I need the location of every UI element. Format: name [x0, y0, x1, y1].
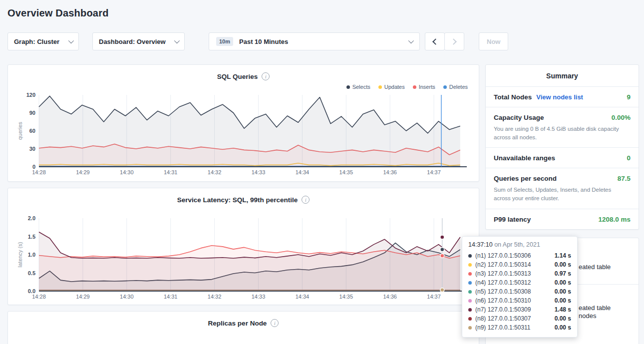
legend-label: Selects: [352, 84, 370, 90]
event-item-fragment[interactable]: eated table: [579, 304, 611, 312]
svg-text:14:35: 14:35: [339, 294, 353, 300]
service-latency-chart-card: Service Latency: SQL, 99th percentile i …: [7, 188, 479, 305]
legend-dot-icon: [413, 85, 416, 89]
svg-text:0: 0: [32, 164, 35, 170]
legend-label: Deletes: [449, 84, 468, 90]
tooltip-node-value: 0.00 s: [555, 261, 571, 268]
svg-text:0.0: 0.0: [28, 288, 35, 294]
svg-text:14:29: 14:29: [76, 294, 90, 300]
svg-text:90: 90: [29, 110, 35, 116]
node-color-dot-icon: [468, 281, 472, 285]
legend-item-selects[interactable]: Selects: [346, 84, 370, 90]
legend-item-deletes[interactable]: Deletes: [443, 84, 468, 90]
tooltip-node-label: (n8) 127.0.0.1:50307: [475, 315, 531, 322]
controls-bar: Graph: Cluster Dashboard: Overview 10m P…: [7, 32, 639, 50]
tooltip-node-label: (n6) 127.0.0.1:50310: [475, 297, 531, 304]
svg-text:120: 120: [26, 92, 35, 98]
tooltip-node-label: (n2) 127.0.0.1:50314: [475, 261, 531, 268]
svg-text:14:31: 14:31: [164, 169, 178, 175]
tooltip-node-label: (n7) 127.0.0.1:50309: [475, 306, 531, 313]
event-item-fragment[interactable]: eated table: [579, 263, 611, 271]
node-color-dot-icon: [468, 290, 472, 294]
svg-text:14:31: 14:31: [164, 294, 178, 300]
view-nodes-list-link[interactable]: View nodes list: [536, 93, 583, 101]
chevron-down-icon: [408, 38, 414, 43]
svg-text:14:29: 14:29: [76, 169, 90, 175]
summary-description: You are using 0 B of 4.5 GiB usable disk…: [494, 125, 630, 141]
tooltip-node-row: (n7) 127.0.0.1:503091.48 s: [468, 305, 571, 314]
summary-title: Summary: [486, 65, 639, 87]
node-color-dot-icon: [468, 317, 472, 321]
svg-text:14:34: 14:34: [296, 294, 310, 300]
page-title: Overview Dashboard: [7, 0, 639, 19]
summary-value: 0: [627, 154, 631, 162]
tooltip-node-label: (n4) 127.0.0.1:50312: [475, 279, 531, 286]
time-range-dropdown[interactable]: 10m Past 10 Minutes: [209, 32, 420, 50]
time-forward-button[interactable]: [444, 32, 464, 50]
info-icon[interactable]: i: [271, 319, 279, 327]
legend-item-updates[interactable]: Updates: [378, 84, 405, 90]
tooltip-date: on Apr 5th, 2021: [494, 241, 540, 248]
tooltip-node-value: 0.00 s: [555, 315, 571, 322]
svg-text:14:34: 14:34: [296, 169, 310, 175]
summary-row-total-nodes: Total Nodes View nodes list 9: [486, 87, 639, 107]
tooltip-timestamp: 14:37:10 on Apr 5th, 2021: [468, 241, 571, 248]
summary-value: 0.00%: [612, 114, 631, 121]
tooltip-node-row: (n1) 127.0.0.1:503061.14 s: [468, 251, 571, 260]
summary-row-p99-latency: P99 latency 1208.0 ms: [486, 209, 639, 229]
tooltip-node-row: (n2) 127.0.0.1:503140.00 s: [468, 260, 571, 269]
svg-text:14:33: 14:33: [252, 294, 266, 300]
chevron-down-icon: [174, 38, 180, 43]
tooltip-node-value: 0.97 s: [555, 270, 571, 277]
event-item-fragment[interactable]: nodes: [579, 312, 596, 320]
time-range-label: Past 10 Minutes: [239, 38, 288, 45]
svg-text:14:32: 14:32: [208, 169, 222, 175]
chart-legend: SelectsUpdatesInsertsDeletes: [16, 83, 468, 91]
legend-label: Updates: [384, 84, 405, 90]
chart-hover-tooltip: 14:37:10 on Apr 5th, 2021 (n1) 127.0.0.1…: [462, 236, 578, 338]
time-back-button[interactable]: [425, 32, 445, 50]
svg-text:14:30: 14:30: [120, 169, 134, 175]
svg-text:1.5: 1.5: [28, 234, 35, 240]
summary-label: Queries per second: [494, 175, 557, 182]
charts-column: SQL Queries i SelectsUpdatesInsertsDelet…: [7, 64, 479, 344]
chart-title: SQL Queries: [217, 73, 258, 80]
tooltip-node-row: (n9) 127.0.0.1:503110.00 s: [468, 323, 571, 332]
graph-scope-dropdown-label: Graph: Cluster: [14, 38, 59, 45]
now-button[interactable]: Now: [479, 32, 508, 50]
dashboard-dropdown[interactable]: Dashboard: Overview: [92, 32, 185, 50]
tooltip-time: 14:37:10: [468, 241, 493, 248]
svg-text:14:33: 14:33: [252, 169, 266, 175]
info-icon[interactable]: i: [302, 196, 310, 204]
svg-text:14:37: 14:37: [427, 169, 441, 175]
sql-queries-chart[interactable]: 14:2814:2914:3014:3114:3214:3314:3414:35…: [16, 92, 471, 177]
chart-title-row: SQL Queries i: [16, 71, 471, 82]
tooltip-node-value: 0.00 s: [555, 297, 571, 304]
summary-value: 87.5: [618, 175, 631, 182]
svg-text:1.0: 1.0: [28, 252, 35, 258]
summary-label: Total Nodes: [494, 93, 532, 101]
chart-title: Replicas per Node: [208, 320, 267, 327]
legend-label: Inserts: [419, 84, 435, 90]
info-icon[interactable]: i: [262, 72, 270, 80]
summary-description: Sum of Selects, Updates, Inserts, and De…: [494, 186, 630, 202]
graph-scope-dropdown[interactable]: Graph: Cluster: [7, 32, 79, 50]
summary-label: Capacity Usage: [494, 114, 544, 121]
time-range-badge: 10m: [216, 37, 233, 46]
node-color-dot-icon: [468, 254, 472, 258]
node-color-dot-icon: [468, 326, 472, 330]
tooltip-node-row: (n6) 127.0.0.1:503100.00 s: [468, 296, 571, 305]
svg-text:14:32: 14:32: [208, 294, 222, 300]
summary-row-unavailable-ranges: Unavailable ranges 0: [486, 148, 639, 168]
tooltip-node-row: (n4) 127.0.0.1:503120.00 s: [468, 278, 571, 287]
legend-dot-icon: [346, 85, 350, 89]
summary-label: P99 latency: [494, 216, 531, 223]
tooltip-node-value: 0.00 s: [555, 324, 571, 331]
dashboard-dropdown-label: Dashboard: Overview: [99, 38, 166, 45]
summary-row-capacity-usage: Capacity Usage 0.00% You are using 0 B o…: [486, 107, 639, 148]
service-latency-chart[interactable]: 14:2814:2914:3014:3114:3214:3314:3414:35…: [16, 215, 471, 301]
legend-item-inserts[interactable]: Inserts: [413, 84, 435, 90]
chart-title-row: Service Latency: SQL, 99th percentile i: [16, 194, 471, 205]
tooltip-node-label: (n9) 127.0.0.1:50311: [475, 324, 531, 331]
node-color-dot-icon: [468, 299, 472, 303]
